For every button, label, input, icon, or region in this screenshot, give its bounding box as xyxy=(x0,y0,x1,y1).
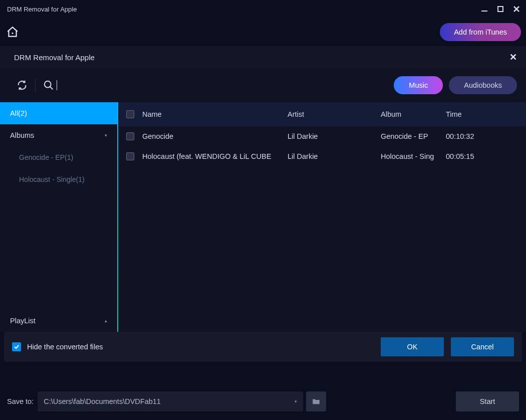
sidebar: All(2) Albums▾ Genocide - EP(1) Holocaus… xyxy=(0,102,118,332)
sidebar-item-albums[interactable]: Albums▾ xyxy=(0,124,117,146)
media-tabs: Music Audiobooks xyxy=(394,76,517,94)
ok-button[interactable]: OK xyxy=(381,337,444,356)
svg-point-3 xyxy=(45,81,51,88)
main-area: All(2) Albums▾ Genocide - EP(1) Holocaus… xyxy=(0,102,526,332)
minimize-icon[interactable] xyxy=(480,5,489,14)
tab-music[interactable]: Music xyxy=(394,76,443,94)
svg-rect-0 xyxy=(481,11,487,12)
cell-artist: Lil Darkie xyxy=(288,152,381,160)
sidebar-all-label: All(2) xyxy=(10,109,27,117)
svg-point-2 xyxy=(12,33,13,34)
col-artist[interactable]: Artist xyxy=(288,110,381,118)
sidebar-album-item[interactable]: Genocide - EP(1) xyxy=(0,146,117,168)
search-icon[interactable] xyxy=(41,77,57,93)
maximize-icon[interactable] xyxy=(496,5,505,14)
row-checkbox[interactable] xyxy=(126,132,134,140)
panel-header: DRM Removal for Apple ✕ xyxy=(0,46,526,68)
sidebar-album-item[interactable]: Holocaust - Single(1) xyxy=(0,168,117,190)
save-path-text: C:\Users\fab\Documents\DVDFab11 xyxy=(44,397,161,405)
tab-audiobooks[interactable]: Audiobooks xyxy=(449,76,517,94)
chevron-down-icon: ▾ xyxy=(295,399,297,404)
cell-album: Genocide - EP xyxy=(381,132,446,140)
cell-time: 00:10:32 xyxy=(446,132,496,140)
search-cursor xyxy=(57,80,57,90)
panel-title: DRM Removal for Apple xyxy=(14,53,95,62)
cell-name: Genocide xyxy=(142,132,288,140)
table: Name Artist Album Time Genocide Lil Dark… xyxy=(118,102,526,332)
sidebar-playlist-label: PlayList xyxy=(10,317,36,325)
search-input[interactable] xyxy=(59,81,119,89)
save-to-label: Save to: xyxy=(7,397,34,405)
panel-close-icon[interactable]: ✕ xyxy=(509,52,517,63)
save-path-dropdown[interactable]: C:\Users\fab\Documents\DVDFab11 ▾ xyxy=(38,391,303,411)
cell-artist: Lil Darkie xyxy=(288,132,381,140)
table-header: Name Artist Album Time xyxy=(118,102,526,126)
footer: Save to: C:\Users\fab\Documents\DVDFab11… xyxy=(0,390,526,413)
sidebar-item-playlist[interactable]: PlayList▴ xyxy=(0,310,117,332)
refresh-icon[interactable] xyxy=(14,77,30,93)
select-all-checkbox[interactable] xyxy=(126,110,134,118)
sidebar-item-all[interactable]: All(2) xyxy=(0,102,117,124)
cell-name: Holocaust (feat. WENDIGO & LiL CUBE xyxy=(142,152,288,160)
svg-rect-1 xyxy=(498,7,503,12)
chevron-up-icon: ▴ xyxy=(105,318,107,323)
table-row[interactable]: Holocaust (feat. WENDIGO & LiL CUBE Lil … xyxy=(118,146,526,166)
col-album[interactable]: Album xyxy=(381,110,446,118)
start-button[interactable]: Start xyxy=(456,391,519,411)
toolbar: Music Audiobooks xyxy=(0,68,526,102)
cell-time: 00:05:15 xyxy=(446,152,496,160)
home-icon[interactable] xyxy=(5,25,20,40)
close-icon[interactable] xyxy=(512,5,521,14)
hide-converted-checkbox[interactable] xyxy=(12,342,21,351)
divider xyxy=(35,79,36,92)
cancel-button[interactable]: Cancel xyxy=(451,337,514,356)
cell-album: Holocaust - Sing xyxy=(381,152,446,160)
sidebar-albums-label: Albums xyxy=(10,131,34,139)
chevron-down-icon: ▾ xyxy=(105,133,107,138)
row-checkbox[interactable] xyxy=(126,152,134,160)
app-title: DRM Removal for Apple xyxy=(5,6,77,13)
title-bar: DRM Removal for Apple xyxy=(0,0,526,18)
col-time[interactable]: Time xyxy=(446,110,496,118)
bottom-bar: Hide the converted files OK Cancel xyxy=(4,332,522,362)
col-name[interactable]: Name xyxy=(142,110,288,118)
add-from-itunes-button[interactable]: Add from iTunes xyxy=(440,23,521,41)
table-row[interactable]: Genocide Lil Darkie Genocide - EP 00:10:… xyxy=(118,126,526,146)
browse-folder-button[interactable] xyxy=(306,391,326,411)
window-controls xyxy=(480,5,521,14)
top-row: Add from iTunes xyxy=(0,18,526,46)
hide-converted-label: Hide the converted files xyxy=(27,343,103,351)
